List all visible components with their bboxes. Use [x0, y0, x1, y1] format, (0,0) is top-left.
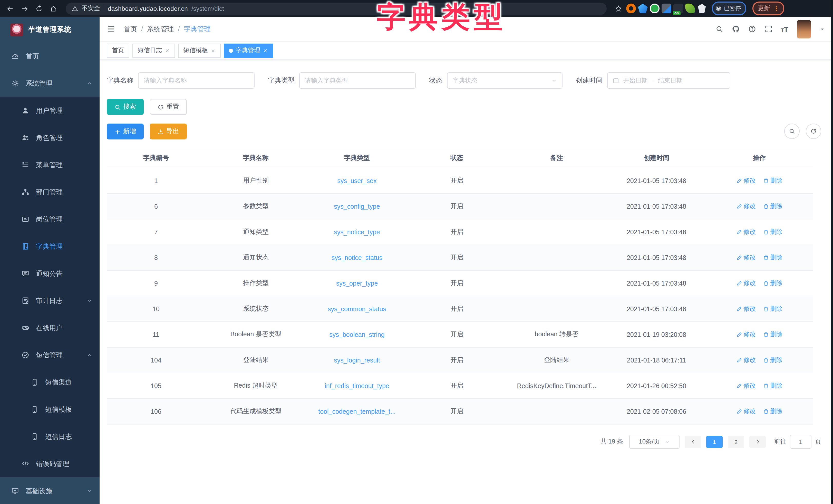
edit-link[interactable]: 修改 — [736, 279, 756, 287]
browser-home-icon[interactable] — [47, 2, 60, 15]
extension-icon-blue-gem[interactable] — [638, 4, 648, 13]
dict-type-link[interactable]: sys_login_result — [334, 357, 380, 364]
sidebar-item-system[interactable]: 系统管理 — [0, 70, 100, 97]
edit-link[interactable]: 修改 — [736, 356, 756, 364]
extension-icon-leaf[interactable] — [685, 4, 695, 13]
search-icon[interactable] — [715, 25, 723, 33]
avatar-caret-down-icon[interactable] — [820, 26, 825, 31]
sidebar-item-error-code[interactable]: 错误码管理 — [0, 450, 100, 477]
edit-link[interactable]: 修改 — [736, 228, 756, 236]
refresh-table-button[interactable] — [806, 124, 821, 139]
edit-link[interactable]: 修改 — [736, 381, 756, 390]
breadcrumb-item[interactable]: 首页 — [124, 24, 137, 33]
extension-icon-white[interactable] — [697, 4, 707, 13]
page-button-1[interactable]: 1 — [706, 435, 723, 448]
close-icon[interactable] — [165, 48, 170, 53]
browser-menu-icon[interactable]: ⋮ — [773, 5, 779, 12]
security-label[interactable]: 不安全 — [81, 4, 100, 13]
edit-link[interactable]: 修改 — [736, 330, 756, 339]
page-size-select[interactable]: 10条/页 — [629, 435, 680, 449]
hamburger-icon[interactable] — [107, 25, 116, 33]
status-select[interactable]: 字典状态 — [447, 72, 563, 89]
chrome-update-button[interactable]: 更新 ⋮ — [753, 2, 785, 16]
browser-back-icon[interactable] — [4, 2, 17, 15]
font-size-icon[interactable]: TT — [781, 25, 788, 33]
sidebar-item-online-users[interactable]: 在线用户 — [0, 314, 100, 342]
dict-type-input[interactable]: 请输入字典类型 — [299, 72, 416, 89]
dict-type-link[interactable]: sys_notice_status — [332, 254, 383, 261]
delete-link[interactable]: 删除 — [763, 279, 782, 287]
add-button[interactable]: 新增 — [107, 124, 144, 140]
sidebar-item-posts[interactable]: 岗位管理 — [0, 206, 100, 233]
tab-首页[interactable]: 首页 — [107, 43, 129, 58]
dict-type-link[interactable]: inf_redis_timeout_type — [325, 382, 389, 389]
edit-link[interactable]: 修改 — [736, 202, 756, 211]
tab-短信模板[interactable]: 短信模板 — [178, 43, 221, 58]
prev-page-button[interactable] — [685, 435, 701, 448]
delete-link[interactable]: 删除 — [763, 330, 782, 339]
dict-type-link[interactable]: sys_notice_type — [334, 228, 380, 235]
delete-link[interactable]: 删除 — [763, 253, 782, 262]
delete-link[interactable]: 删除 — [763, 305, 782, 313]
fullscreen-icon[interactable] — [765, 25, 772, 33]
table-row: 6参数类型sys_config_type开启2021-01-05 17:03:4… — [107, 194, 813, 219]
sidebar-item-sms-template[interactable]: 短信模板 — [0, 396, 100, 423]
dict-type-link[interactable]: sys_config_type — [334, 203, 380, 210]
sidebar-item-users[interactable]: 用户管理 — [0, 97, 100, 124]
sidebar-item-menus[interactable]: 菜单管理 — [0, 151, 100, 178]
extension-icon-green[interactable] — [650, 4, 660, 13]
help-icon[interactable] — [748, 25, 756, 33]
goto-page-input[interactable]: 1 — [790, 435, 811, 449]
sidebar-item-dict[interactable]: 字典管理 — [0, 233, 100, 260]
sidebar-item-roles[interactable]: 角色管理 — [0, 124, 100, 151]
sidebar-logo-row[interactable]: 芋道管理系统 — [0, 17, 100, 43]
edit-link[interactable]: 修改 — [736, 305, 756, 313]
github-icon[interactable] — [732, 25, 740, 33]
sidebar-item-infra[interactable]: 基础设施 — [0, 477, 100, 504]
address-bar[interactable]: 不安全 dashboard.yudao.iocoder.cn/system/di… — [66, 2, 606, 15]
sidebar-item-audit-log[interactable]: 审计日志 — [0, 287, 100, 314]
browser-forward-icon[interactable] — [19, 2, 31, 15]
delete-link[interactable]: 删除 — [763, 202, 782, 211]
extension-icon-orange[interactable] — [626, 4, 636, 13]
close-icon[interactable] — [210, 48, 216, 53]
edit-link[interactable]: 修改 — [736, 176, 756, 185]
delete-link[interactable]: 删除 — [763, 356, 782, 364]
dict-type-link[interactable]: tool_codegen_template_t... — [318, 408, 396, 415]
next-page-button[interactable] — [749, 435, 766, 448]
delete-link[interactable]: 删除 — [763, 176, 782, 185]
toggle-search-button[interactable] — [784, 124, 800, 139]
delete-link[interactable]: 删除 — [763, 228, 782, 236]
edit-link[interactable]: 修改 — [736, 253, 756, 262]
edit-link[interactable]: 修改 — [736, 407, 756, 416]
sidebar-item-sms[interactable]: 短信管理 — [0, 342, 100, 369]
dict-type-link[interactable]: sys_common_status — [328, 305, 386, 312]
bookmark-star-icon[interactable] — [615, 5, 622, 12]
sidebar-item-notice[interactable]: 通知公告 — [0, 260, 100, 287]
user-avatar[interactable] — [797, 20, 811, 38]
tab-短信日志[interactable]: 短信日志 — [133, 43, 175, 58]
date-range-picker[interactable]: 开始日期 - 结束日期 — [607, 72, 730, 89]
search-button[interactable]: 搜索 — [107, 99, 144, 115]
sidebar-item-sms-log[interactable]: 短信日志 — [0, 423, 100, 450]
dict-type-link[interactable]: sys_boolean_string — [329, 331, 384, 338]
sidebar-item-sms-channel[interactable]: 短信渠道 — [0, 369, 100, 396]
sidebar-item-home[interactable]: 首页 — [0, 43, 100, 70]
breadcrumb-item[interactable]: 系统管理 — [147, 24, 174, 33]
dict-name-input[interactable]: 请输入字典名称 — [138, 72, 255, 89]
extension-icon-dark[interactable]: on — [673, 4, 683, 13]
sidebar-item-depts[interactable]: 部门管理 — [0, 178, 100, 206]
profile-paused-badge[interactable]: 😀 已暂停 — [712, 2, 746, 16]
dict-type-link[interactable]: sys_user_sex — [337, 177, 377, 184]
delete-link[interactable]: 删除 — [763, 407, 782, 416]
dict-type-link[interactable]: sys_oper_type — [336, 280, 378, 287]
page-button-2[interactable]: 2 — [728, 435, 744, 448]
phone-icon — [31, 378, 39, 386]
export-button[interactable]: 导出 — [150, 124, 187, 140]
browser-reload-icon[interactable] — [33, 2, 45, 15]
tab-字典管理[interactable]: 字典管理 — [224, 43, 273, 58]
close-icon[interactable] — [263, 48, 268, 53]
extension-icon-grid[interactable] — [662, 4, 671, 13]
reset-button[interactable]: 重置 — [150, 99, 187, 115]
delete-link[interactable]: 删除 — [763, 381, 782, 390]
